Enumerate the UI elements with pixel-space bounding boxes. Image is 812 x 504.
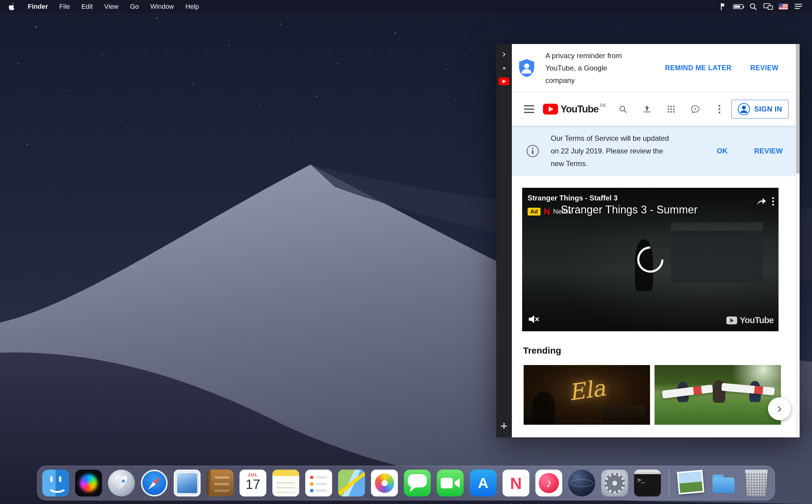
- dock-finder-icon[interactable]: [42, 470, 69, 496]
- search-button[interactable]: [619, 105, 627, 113]
- menu-view[interactable]: View: [99, 3, 124, 11]
- watermark-play-icon: [726, 317, 737, 324]
- menu-bar: Finder File Edit View Go Window Help: [0, 0, 812, 13]
- terms-review-button[interactable]: REVIEW: [754, 147, 783, 155]
- loading-spinner: [636, 245, 665, 274]
- search-icon: [749, 3, 757, 11]
- menu-go[interactable]: Go: [124, 3, 144, 11]
- search-icon: [619, 105, 627, 113]
- privacy-review-button[interactable]: REVIEW: [750, 64, 779, 72]
- video-player[interactable]: Stranger Things - Staffel 3 Ad N Netflix…: [522, 188, 779, 331]
- hamburger-menu-button[interactable]: [524, 105, 534, 113]
- dock-itunes-icon[interactable]: ♪: [536, 470, 562, 496]
- battery-icon: [733, 4, 743, 9]
- dock-terminal-icon[interactable]: >_: [634, 470, 661, 496]
- flag-status-icon[interactable]: [717, 2, 729, 12]
- kebab-menu-icon: [718, 105, 721, 114]
- more-options-button[interactable]: [715, 105, 724, 113]
- terms-notice-actions: OK REVIEW: [717, 147, 783, 155]
- dock-photos-icon[interactable]: [371, 470, 398, 496]
- header-icon-group: [619, 105, 724, 113]
- youtube-watermark: YouTube: [726, 315, 774, 325]
- terms-ok-button[interactable]: OK: [717, 147, 728, 155]
- apps-grid-button[interactable]: [667, 105, 675, 113]
- player-top-right-controls: [756, 197, 774, 206]
- dock-system-preferences-icon[interactable]: [601, 470, 628, 496]
- privacy-banner: A privacy reminder from YouTube, a Googl…: [512, 44, 800, 92]
- youtube-favicon[interactable]: [499, 77, 510, 85]
- dock-downloads-folder-icon[interactable]: [710, 470, 737, 496]
- privacy-banner-message: A privacy reminder from YouTube, a Googl…: [545, 49, 645, 87]
- dock-pictures-stack-icon[interactable]: [677, 470, 704, 496]
- player-kebab-icon[interactable]: [772, 197, 774, 206]
- dock-notes-icon[interactable]: [272, 470, 299, 496]
- dock-facetime-icon[interactable]: [437, 470, 464, 496]
- youtube-logo[interactable]: YouTube DE: [543, 103, 606, 115]
- upload-button[interactable]: [643, 105, 651, 113]
- account-avatar-icon: [738, 103, 750, 115]
- upload-icon: [643, 105, 651, 113]
- dock-messages-icon[interactable]: [404, 470, 431, 496]
- dock-safari-icon[interactable]: [141, 470, 168, 496]
- spotlight-button[interactable]: [747, 2, 760, 12]
- share-icon[interactable]: [756, 197, 766, 206]
- calendar-day-label: 17: [239, 477, 266, 492]
- youtube-region-label: DE: [600, 102, 606, 108]
- dock-app-store-icon[interactable]: A: [470, 470, 497, 496]
- app-store-glyph: A: [478, 475, 488, 491]
- watermark-wordmark: YouTube: [740, 315, 774, 325]
- terminal-prompt-glyph: >_: [637, 477, 645, 484]
- dock: JUL 17 A N ♪ >_: [37, 466, 775, 500]
- dock-contacts-icon[interactable]: [207, 470, 233, 496]
- dock-siri-icon[interactable]: [75, 470, 102, 496]
- browser-sidebar-window: › + A privacy reminder from YouTube, a G…: [496, 44, 800, 437]
- messages-button[interactable]: [691, 105, 700, 113]
- remind-me-later-button[interactable]: REMIND ME LATER: [665, 64, 731, 72]
- add-page-button[interactable]: +: [501, 420, 507, 432]
- muted-volume-icon[interactable]: [528, 314, 540, 325]
- youtube-panel: A privacy reminder from YouTube, a Googl…: [512, 44, 800, 437]
- battery-status-icon[interactable]: [732, 2, 744, 12]
- ad-video-title[interactable]: Stranger Things - Staffel 3: [528, 194, 618, 202]
- expand-panel-button[interactable]: ›: [502, 48, 506, 58]
- scrollbar-thumb[interactable]: [796, 44, 800, 174]
- trending-thumbnail-planes[interactable]: [655, 365, 781, 425]
- list-icon: [794, 3, 803, 11]
- active-app-name[interactable]: Finder: [24, 3, 52, 11]
- panel-scrollbar[interactable]: [795, 44, 800, 437]
- chat-bubble-icon: [691, 105, 700, 113]
- menu-file[interactable]: File: [53, 3, 75, 11]
- dock-news-icon[interactable]: N: [503, 470, 529, 496]
- menu-help[interactable]: Help: [180, 3, 205, 11]
- itunes-note-glyph: ♪: [546, 476, 552, 490]
- dock-launchpad-icon[interactable]: [108, 470, 135, 496]
- privacy-banner-actions: REMIND ME LATER REVIEW: [665, 64, 779, 72]
- sign-in-label: SIGN IN: [754, 105, 782, 113]
- menu-edit[interactable]: Edit: [76, 3, 99, 11]
- trending-thumbnail-ela[interactable]: Ela: [524, 365, 650, 425]
- dock-maps-icon[interactable]: [338, 470, 365, 496]
- apple-menu[interactable]: [7, 3, 16, 11]
- youtube-header: YouTube DE: [512, 92, 800, 126]
- dock-mail-icon[interactable]: [174, 470, 201, 496]
- dock-reminders-icon[interactable]: [305, 470, 332, 496]
- info-icon: [526, 145, 539, 157]
- dock-calendar-icon[interactable]: JUL 17: [239, 470, 266, 496]
- trending-heading: Trending: [523, 345, 800, 356]
- youtube-wordmark: YouTube: [561, 103, 599, 115]
- page-indicator-dot[interactable]: [503, 67, 506, 70]
- display-status-icon[interactable]: [762, 2, 775, 12]
- menu-window[interactable]: Window: [144, 3, 179, 11]
- sign-in-button[interactable]: SIGN IN: [731, 100, 788, 118]
- trending-thumbnails: Ela: [524, 365, 800, 425]
- flag-icon: [719, 3, 727, 11]
- input-source-flag[interactable]: [777, 2, 790, 12]
- ela-title-art: Ela: [567, 375, 607, 405]
- notification-center-button[interactable]: [792, 2, 805, 12]
- carousel-next-button[interactable]: ›: [768, 397, 791, 420]
- terms-notice-message: Our Terms of Service will be updated on …: [551, 132, 693, 170]
- video-overlay-title[interactable]: Stranger Things 3 - Summer: [561, 203, 698, 216]
- dock-trash-icon[interactable]: [743, 470, 770, 496]
- dock-dashboard-icon[interactable]: [568, 470, 595, 496]
- menu-bar-status-area: [717, 2, 805, 12]
